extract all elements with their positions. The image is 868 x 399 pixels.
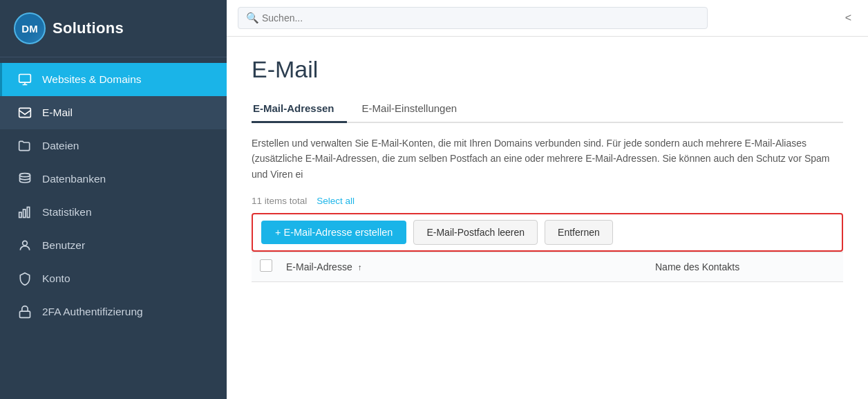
sidebar-item-label: Datenbanken	[42, 173, 106, 185]
mail-icon	[17, 105, 32, 120]
header-checkbox[interactable]	[260, 259, 275, 275]
search-bar: 🔍 <	[227, 0, 868, 37]
sidebar-item-dateien[interactable]: Dateien	[0, 129, 227, 163]
collapse-sidebar-button[interactable]: <	[840, 9, 857, 27]
lock-icon	[17, 304, 32, 319]
search-input[interactable]	[238, 7, 708, 29]
svg-point-6	[23, 241, 28, 245]
folder-icon	[17, 138, 32, 154]
layers-icon	[17, 171, 32, 187]
logo-text: Solutions	[53, 19, 124, 37]
sidebar-item-2fa[interactable]: 2FA Authentifizierung	[0, 295, 227, 328]
shield-icon	[17, 271, 32, 286]
list-meta: 11 items total Select all	[252, 196, 843, 206]
sidebar-item-datenbanken[interactable]: Datenbanken	[0, 163, 227, 196]
svg-point-2	[20, 174, 30, 177]
tab-email-settings[interactable]: E-Mail-Einstellungen	[361, 95, 470, 123]
sidebar-item-benutzer[interactable]: Benutzer	[0, 229, 227, 262]
svg-rect-3	[19, 212, 21, 218]
clear-mailbox-button[interactable]: E-Mail-Postfach leeren	[413, 220, 538, 245]
sidebar-item-label: E-Mail	[42, 106, 73, 119]
sidebar-item-email[interactable]: E-Mail	[0, 96, 227, 129]
col-contact-header: Name des Kontakts	[655, 261, 835, 272]
monitor-icon	[17, 72, 32, 87]
search-icon: 🔍	[246, 12, 259, 24]
col-email-header[interactable]: E-Mail-Adresse ↑	[286, 261, 644, 272]
svg-rect-5	[27, 207, 29, 218]
svg-rect-1	[19, 108, 31, 117]
logo-area: DM Solutions	[0, 0, 227, 57]
page-title: E-Mail	[252, 56, 843, 83]
create-email-button[interactable]: + E-Mail-Adresse erstellen	[261, 221, 406, 244]
action-bar: + E-Mail-Adresse erstellen E-Mail-Postfa…	[252, 213, 843, 252]
sidebar-item-websites-domains[interactable]: Websites & Domains	[0, 63, 227, 96]
sidebar: DM Solutions Websites & Domains E-Mail	[0, 0, 227, 399]
sidebar-item-label: 2FA Authentifizierung	[42, 306, 143, 318]
svg-rect-4	[23, 210, 26, 218]
svg-rect-0	[19, 75, 31, 83]
sort-icon: ↑	[358, 263, 362, 272]
select-all-link[interactable]: Select all	[317, 196, 355, 206]
tab-bar: E-Mail-Adressen E-Mail-Einstellungen	[252, 95, 843, 123]
tab-email-addresses[interactable]: E-Mail-Adressen	[252, 95, 347, 123]
table-header: E-Mail-Adresse ↑ Name des Kontakts	[252, 252, 843, 282]
sidebar-item-label: Websites & Domains	[42, 73, 142, 86]
sidebar-item-label: Dateien	[42, 140, 79, 152]
main-content: 🔍 < E-Mail E-Mail-Adressen E-Mail-Einste…	[227, 0, 868, 399]
svg-rect-7	[20, 311, 30, 317]
sidebar-nav: Websites & Domains E-Mail Dateien	[0, 57, 227, 328]
user-icon	[17, 238, 32, 253]
remove-button[interactable]: Entfernen	[545, 220, 613, 245]
bar-chart-icon	[17, 205, 32, 220]
page-content: E-Mail E-Mail-Adressen E-Mail-Einstellun…	[227, 37, 868, 399]
sidebar-item-label: Statistiken	[42, 206, 92, 219]
sidebar-item-konto[interactable]: Konto	[0, 262, 227, 295]
page-description: Erstellen und verwalten Sie E-Mail-Konte…	[252, 136, 843, 182]
checkbox-icon[interactable]	[260, 259, 272, 272]
sidebar-item-label: Konto	[42, 272, 70, 285]
sidebar-item-label: Benutzer	[42, 239, 85, 252]
sidebar-item-statistiken[interactable]: Statistiken	[0, 196, 227, 229]
logo-icon: DM	[14, 12, 46, 44]
items-count: 11 items total	[252, 196, 307, 206]
